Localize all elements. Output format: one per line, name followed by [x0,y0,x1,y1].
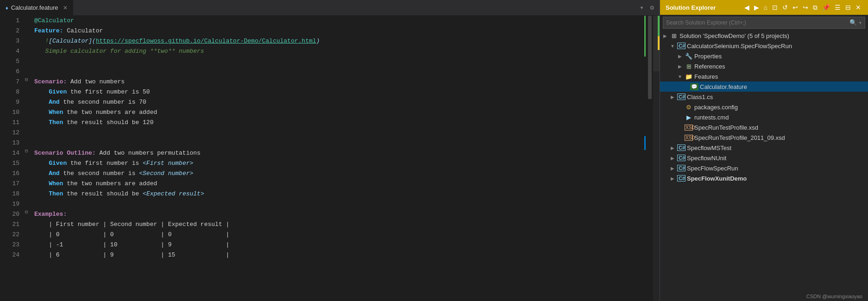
config-icon: ⚙ [685,104,693,111]
xsd-icon-1: XSD [685,125,693,131]
search-dropdown-arrow[interactable]: ▾ [859,19,862,26]
code-area[interactable]: @Calculator Feature: Calculator ![Calcul… [32,16,644,301]
runtests-label: runtests.cmd [694,114,868,121]
arrow-proj1: ▼ [669,44,676,49]
xsd2-label: SpecRunTestProfile_2011_09.xsd [694,134,868,141]
code-line-16: And the second number is <Second number> [34,169,644,179]
collapse-scenario-icon[interactable]: ⊟ [25,77,28,82]
tree-item-proj1[interactable]: ▼ C# CalculatorSelenium.SpecFlowSpecRun [660,41,868,51]
code-line-2: Feature: Calculator [34,26,644,36]
tree-item-refs[interactable]: ▶ ⊞ References [660,61,868,71]
proj1-label: CalculatorSelenium.SpecFlowSpecRun [687,43,868,50]
solution-auto-hide[interactable]: ⊟ [844,3,852,12]
solution-explorer-title: Solution Explorer [666,4,716,11]
solution-header-icons: ◀ ▶ ⌂ ⊡ ↺ ↩ ↪ ⧉ 📌 ☰ ⊟ ✕ [743,3,862,13]
tab-filename: Calculator.feature [11,4,58,11]
tree-item-calcfeature[interactable]: 💬 Calculator.feature [660,82,868,92]
solution-home[interactable]: ⌂ [762,3,769,12]
xsd1-label: SpecRunTestProfile.xsd [694,124,868,131]
tree-item-features[interactable]: ▼ 📁 Features [660,71,868,82]
arrow-proj5: ▶ [669,176,676,181]
solution-nav-forward[interactable]: ▶ [753,3,761,12]
csharp-icon-proj1: C# [677,43,686,49]
editor-tab[interactable]: ♦ Calculator.feature ✕ [0,0,74,16]
tab-close-icon[interactable]: ✕ [63,5,68,11]
solution-label: Solution 'SpecflowDemo' (5 of 5 projects… [679,32,868,39]
solution-pin[interactable]: 📌 [821,3,831,12]
code-line-9: And the second number is 70 [34,97,644,107]
props-label: Properties [694,53,868,60]
arrow-refs: ▶ [677,64,683,69]
tree-item-proj5[interactable]: ▶ C# SpecFlowXunitDemo [660,173,868,183]
code-line-3: ![Calculator](https://specflowoss.github… [34,36,644,46]
cmd-icon: ▶ [685,114,693,121]
code-line-20: Examples: [34,209,644,219]
calcfeature-label: Calculator.feature [700,83,868,90]
class1-label: Class1.cs [687,94,868,100]
solution-search-bar: 🔍 ▾ [663,17,865,29]
tree-item-xsd1[interactable]: XSD SpecRunTestProfile.xsd [660,122,868,132]
tree-item-solution[interactable]: ▶ ⊞ Solution 'SpecflowDemo' (5 of 5 proj… [660,31,868,41]
code-line-5 [34,56,644,67]
arrow-proj3: ▶ [669,156,676,161]
xsd-icon-2: XSD [685,135,693,141]
proj3-label: SpecflowNUnit [687,155,868,162]
solution-toolbar-toggle[interactable]: ☰ [833,3,842,12]
arrow-solution: ▶ [662,33,668,38]
tree-item-proj4[interactable]: ▶ C# SpecFlowSpecRun [660,163,868,173]
feature-file-icon: 💬 [690,83,698,90]
green-change-bar [644,16,646,56]
code-line-22: | 0 | 0 | 0 | [34,230,644,240]
tab-bar: ♦ Calculator.feature ✕ ▾ ⚙ [0,0,660,16]
code-line-21: | First number | Second number | Expecte… [34,219,644,230]
code-line-10: When the two numbers are added [34,107,644,118]
tree-item-proj2[interactable]: ▶ C# SpecflowMSTest [660,143,868,153]
proj5-label: SpecFlowXunitDemo [687,175,868,182]
arrow-class1: ▶ [669,94,676,100]
editor-panel: ♦ Calculator.feature ✕ ▾ ⚙ 1 2 3 4 5 6 7… [0,0,660,301]
solution-tree: ▶ ⊞ Solution 'SpecflowDemo' (5 of 5 proj… [660,31,868,292]
solution-footer: CSDN @wumingxiaoyao [660,292,868,301]
dropdown-icon[interactable]: ▾ [637,2,646,13]
collapse-examples-icon[interactable]: ⊟ [25,209,28,215]
feature-file-icon: ♦ [6,5,8,11]
code-line-7: Scenario: Add two numbers [34,77,644,87]
collapse-outline-icon[interactable]: ⊟ [25,148,28,154]
code-line-12 [34,128,644,138]
arrow-proj2: ▶ [669,145,676,150]
editor-scrollbar[interactable] [647,16,653,301]
minimap [653,16,660,301]
tree-item-props[interactable]: ▶ 🔧 Properties [660,51,868,61]
solution-redo[interactable]: ↪ [801,3,810,12]
settings-icon[interactable]: ⚙ [648,2,657,13]
solution-vs-icon[interactable]: ⊡ [771,3,779,12]
pkgconfig-label: packages.config [694,104,868,111]
code-line-1: @Calculator [34,16,644,26]
solution-file-icon: ⊞ [670,32,678,39]
arrow-proj4: ▶ [669,166,676,171]
props-icon: 🔧 [685,53,693,60]
solution-nav-back[interactable]: ◀ [743,3,751,12]
solution-close[interactable]: ✕ [854,3,862,12]
solution-copy[interactable]: ⧉ [811,3,819,13]
folder-icon-features: 📁 [685,73,693,80]
solution-explorer-panel: Solution Explorer ◀ ▶ ⌂ ⊡ ↺ ↩ ↪ ⧉ 📌 ☰ ⊟ … [660,0,868,301]
tree-item-proj3[interactable]: ▶ C# SpecflowNUnit [660,153,868,163]
solution-undo[interactable]: ↩ [791,3,799,12]
proj2-label: SpecflowMSTest [687,144,868,151]
tab-toolbar: ▾ ⚙ [637,2,660,13]
solution-search-input[interactable] [666,19,848,26]
code-line-8: Given the first number is 50 [34,87,644,97]
solution-refresh[interactable]: ↺ [781,3,789,12]
editor-content: 1 2 3 4 5 6 7 8 9 10 11 12 13 14 15 16 1… [0,16,660,301]
csharp-icon-proj3: C# [677,155,686,161]
tree-item-class1[interactable]: ▶ C# Class1.cs [660,92,868,102]
scroll-thumb[interactable] [648,16,652,99]
tree-item-pkgconfig[interactable]: ⚙ packages.config [660,102,868,112]
tree-item-runtests[interactable]: ▶ runtests.cmd [660,112,868,122]
tree-item-xsd2[interactable]: XSD SpecRunTestProfile_2011_09.xsd [660,132,868,143]
code-line-17: When the two numbers are added [34,179,644,189]
refs-label: References [694,63,868,70]
editor-gutter: ⊟ ⊟ ⊟ [23,16,32,301]
csharp-icon-proj5: C# [677,175,686,182]
